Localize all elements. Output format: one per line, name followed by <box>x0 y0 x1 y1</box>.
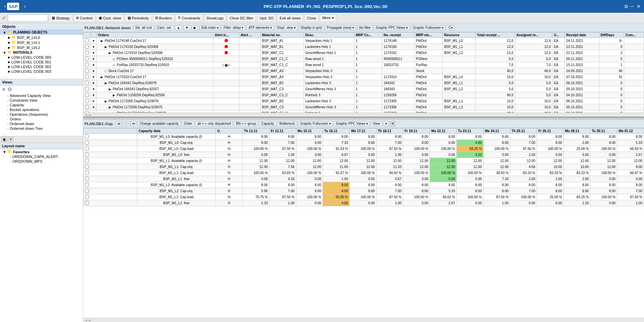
row-checkbox-cell[interactable] <box>84 38 91 44</box>
cap-col-mo2911[interactable]: Mo 29.11 <box>563 128 590 134</box>
cap-col-fr1911[interactable]: Fr 19.11 <box>403 128 430 134</box>
cap-graphic-ppc-btn[interactable]: Graphic PPC Views ▾ <box>334 121 370 126</box>
propagate-btn[interactable]: Propagate (new) ▾ <box>325 25 356 30</box>
table-row[interactable]: ▼ ▶ PldOrd 1173306 DepReq 529075 BSP_MAT… <box>84 104 644 110</box>
move-down-btn[interactable]: ▼ <box>183 25 191 30</box>
cap-row-checkbox-cell[interactable] <box>84 146 137 152</box>
cap-toggle-btn[interactable]: all <-> only dispatched <box>195 121 233 126</box>
cap-col-th1811[interactable]: Th 18.11 <box>376 128 403 134</box>
cap-col-tu1611[interactable]: Tu 16.11 <box>323 128 350 134</box>
capacity-scrollbar[interactable]: ◄ ► <box>83 318 644 322</box>
confirm-icon[interactable]: ✓ <box>2 15 6 21</box>
list-item[interactable]: BSP_M1_L0: Cap.req.H8.007.008.007.338.00… <box>84 140 644 146</box>
constraints-button[interactable]: ⊼ Constraints <box>176 14 203 22</box>
row-checkbox-cell[interactable] <box>84 86 91 92</box>
ordernet-down-tree-item[interactable]: ○ Ordernet down Tree <box>0 126 83 131</box>
bsp-m-lvl0-item[interactable]: ▶ 📁 BSP_M_LVL0 <box>0 35 83 40</box>
row-checkbox-cell[interactable] <box>84 80 91 86</box>
capacity-view-item[interactable]: ○ Capacity <box>0 103 83 107</box>
col-diff[interactable]: DiffDays <box>599 33 624 38</box>
nav-next-cap[interactable]: › <box>127 121 130 126</box>
layout-icon1[interactable]: ▣ <box>1 137 7 142</box>
bottleneck-btn[interactable]: Bottleneck <box>277 121 297 126</box>
upd-so-button[interactable]: Upd. SO <box>257 14 276 22</box>
favorites-item[interactable]: ▼ 📁 Favorites <box>0 149 83 154</box>
view-btn[interactable]: View <box>371 121 382 126</box>
cap-col-we2411[interactable]: We 24.11 <box>483 128 510 134</box>
cap-order-btn[interactable]: Order <box>182 121 195 126</box>
views-expand-icon[interactable]: ▼ <box>1 87 6 92</box>
row-expand-cell[interactable]: ▼ <box>91 38 97 44</box>
row-expand-cell[interactable]: ▼ <box>91 62 97 68</box>
col-orders[interactable]: Orders <box>96 33 213 38</box>
close-dc-filter-button[interactable]: Close DC filter <box>227 14 256 22</box>
row-checkbox-cell[interactable] <box>84 44 91 50</box>
col-mrp[interactable]: MRP Co... <box>354 33 382 38</box>
materials-item[interactable]: ▼ 📁 MATERIALS <box>0 50 83 55</box>
main-input[interactable] <box>8 14 48 22</box>
cap-row-checkbox-cell[interactable] <box>84 134 137 140</box>
cap-col-fr1211[interactable]: Fr 12.11 <box>269 128 296 134</box>
cap-row-checkbox-cell[interactable] <box>84 176 137 182</box>
table-row[interactable]: ▼ ◇ PurRqs 10033733 DepReq 529310 ○◉○ BS… <box>84 62 644 68</box>
list-item[interactable]: BSP_M1_L2: Cap.req.H5.667.008.004.008.00… <box>84 188 644 194</box>
nav-last[interactable]: ≫ <box>131 121 137 126</box>
table-row[interactable]: ▼ ▶ PldOrd 1159256 DepReq 82558 BSP_MAT_… <box>84 92 644 98</box>
list-item[interactable]: BSP_M1_L0: freeH0.001.000.000.670.001.00… <box>84 152 644 158</box>
col-assigned[interactable]: Assigned re... <box>515 33 552 38</box>
row-checkbox-cell[interactable] <box>84 56 91 62</box>
nav-prev[interactable]: ‹ <box>4 3 6 9</box>
row-checkbox-cell[interactable] <box>84 92 91 98</box>
orders-scrollbar[interactable]: ◄ ► <box>83 113 644 117</box>
constraints-view-item[interactable]: ○ Constraints View <box>0 98 83 103</box>
cap-col-tu3011[interactable]: Tu 30.11 <box>590 128 617 134</box>
ordernet-down-item[interactable]: ○ Ordernet down <box>0 121 83 126</box>
cap-col-th2511[interactable]: Th 25.11 <box>510 128 537 134</box>
close-header-icon[interactable]: ✕ <box>636 3 641 10</box>
capacity-close-btn[interactable]: ✕ <box>390 121 395 126</box>
col-date[interactable]: Receipt date <box>565 33 599 38</box>
list-item[interactable]: BSP_M1_L1: Available capacity (l)H12.001… <box>84 158 644 164</box>
table-row[interactable]: ▼ ▶ PldOrd 184343 DepReq 82557 BSP_MAT_C… <box>84 86 644 92</box>
row-checkbox-cell[interactable] <box>84 74 91 80</box>
cap-col-mo1511[interactable]: Mo 15.11 <box>296 128 323 134</box>
low-level-000-item[interactable]: ▶ LOW-LEVEL CODE 000 <box>0 55 83 60</box>
cap-row-checkbox-cell[interactable] <box>84 164 137 170</box>
list-item[interactable]: BSP_M1_L0: Cap.load%100.00 %87.50 %100.0… <box>84 146 644 152</box>
list-item[interactable]: BSP_M1_L1: freeH0.004.330.001.000.000.67… <box>84 176 644 182</box>
cap-col-th1111[interactable]: Th 11.11 <box>243 128 269 134</box>
nav-first[interactable]: ≪ <box>116 121 122 126</box>
cap-row-checkbox-cell[interactable] <box>84 170 137 176</box>
row-expand-cell[interactable]: ▼ <box>91 98 97 104</box>
move-right-btn[interactable]: ▶ <box>192 25 198 30</box>
move-up-btn[interactable]: ▲ <box>175 25 182 30</box>
graphic-fullscreen-btn[interactable]: Graphic Fullscreen ▾ <box>411 25 446 30</box>
orddown-mps-item[interactable]: ○ ORDDOWN_MPS <box>0 159 83 164</box>
capacity-table-scroll[interactable]: Capacity data U. Th 11.11 Fr 12.11 Mo 15… <box>83 128 644 318</box>
row-expand-cell[interactable]: ▼ <box>91 74 97 80</box>
advanced-capacity-view-item[interactable]: ○ Advanced Capacity View <box>0 93 83 98</box>
close-button[interactable]: Close <box>304 14 318 22</box>
filter-delay-btn[interactable]: Filter: delay ▾ <box>221 25 245 30</box>
cap-col-name[interactable]: Capacity data <box>137 128 216 134</box>
periodicity-button[interactable]: ▦ Periodicity <box>125 14 151 22</box>
row-expand-cell[interactable]: ▼ <box>91 80 97 86</box>
showlogs-button[interactable]: ShowLogs <box>204 14 226 22</box>
col-receipt[interactable]: No. receipt <box>382 33 414 38</box>
low-level-003-item[interactable]: ▶ LOW-LEVEL CODE 003 <box>0 69 83 74</box>
row-expand-cell[interactable]: ▼ <box>91 56 97 62</box>
atp-elements-btn[interactable]: ATP elements ▾ <box>246 25 274 30</box>
col-material[interactable]: Material no. <box>260 33 304 38</box>
table-row[interactable]: ▼ ◇ POItem 4500000011 DepReq 529310 BSP_… <box>84 56 644 62</box>
bucket-operations-item[interactable]: ○ Bucket operations <box>0 107 83 112</box>
cap-row-checkbox-cell[interactable] <box>84 158 137 164</box>
table-row[interactable]: ▼ ▶ PldOrd 1173268 DepReq 529076 BSP_MAT… <box>84 110 644 113</box>
row-expand-cell[interactable]: ▼ <box>91 110 97 113</box>
list-item[interactable]: BSP_M1_L1: Cap.load%100.00 %63.83 %100.0… <box>84 170 644 176</box>
table-row[interactable]: ▼ □ Stock CusOrd 17 BSP_MAT_A3 Verpackte… <box>84 68 644 74</box>
more-button[interactable]: More ▾ <box>320 14 336 22</box>
cont-close-button[interactable]: ▣ Cont. close <box>96 14 124 22</box>
strategy-button[interactable]: ▦ Strategy <box>49 14 72 22</box>
list-item[interactable]: BSP_M1_L2: freeH2.331.000.004.000.001.00… <box>84 200 644 206</box>
cap-row-checkbox-cell[interactable] <box>84 200 137 206</box>
